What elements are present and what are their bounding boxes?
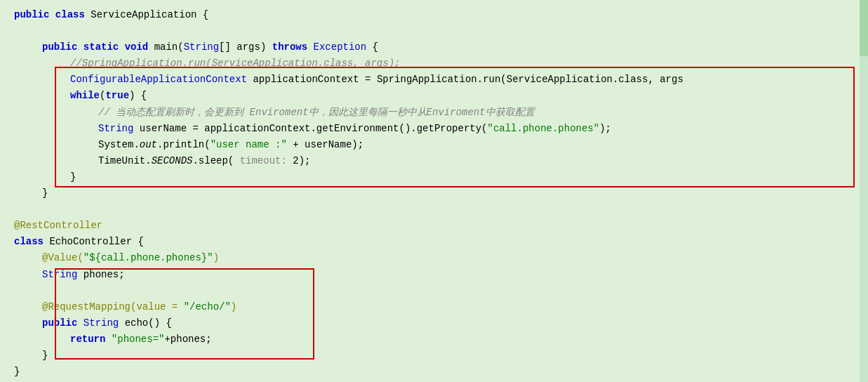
- code-line-15: class EchoController {: [0, 234, 868, 250]
- keyword-class: class: [55, 7, 85, 23]
- code-line-19: @RequestMapping(value = "/echo/" ): [0, 299, 868, 315]
- code-line-13: [0, 202, 868, 218]
- code-line-9: System. out .println( "user name :" + us…: [0, 137, 868, 153]
- code-line-20: public String echo() {: [0, 315, 868, 331]
- code-line-21: return "phones=" +phones;: [0, 331, 868, 348]
- code-line-16: @Value( "${call.phone.phones}" ): [0, 250, 868, 266]
- code-line-1: public class ServiceApplication {: [0, 7, 868, 23]
- code-line-6: while ( true ) {: [0, 88, 868, 104]
- code-line-14: @RestController: [0, 218, 868, 234]
- scrollbar-thumb[interactable]: [860, 0, 868, 56]
- scrollbar[interactable]: [860, 0, 868, 382]
- code-line-4: //SpringApplication.run(ServiceApplicati…: [0, 55, 868, 72]
- code-line-18: [0, 283, 868, 299]
- code-line-17: String phones;: [0, 267, 868, 283]
- code-line-10: TimeUnit. SECONDS .sleep( timeout: 2);: [0, 153, 868, 169]
- code-line-2: [0, 23, 868, 39]
- code-line-11: }: [0, 169, 868, 185]
- code-line-23: }: [0, 364, 868, 380]
- code-editor: public class ServiceApplication { public…: [0, 0, 868, 382]
- code-line-22: }: [0, 348, 868, 364]
- keyword-public: public: [14, 7, 49, 23]
- code-line-3: public static void main( String [] args)…: [0, 39, 868, 55]
- code-line-5: ConfigurableApplicationContext applicati…: [0, 72, 868, 88]
- code-line-7: // 当动态配置刷新时，会更新到 Enviroment中，因此这里每隔一秒中从E…: [0, 105, 868, 121]
- code-line-8: String userName = applicationContext.get…: [0, 121, 868, 137]
- code-line-12: }: [0, 185, 868, 202]
